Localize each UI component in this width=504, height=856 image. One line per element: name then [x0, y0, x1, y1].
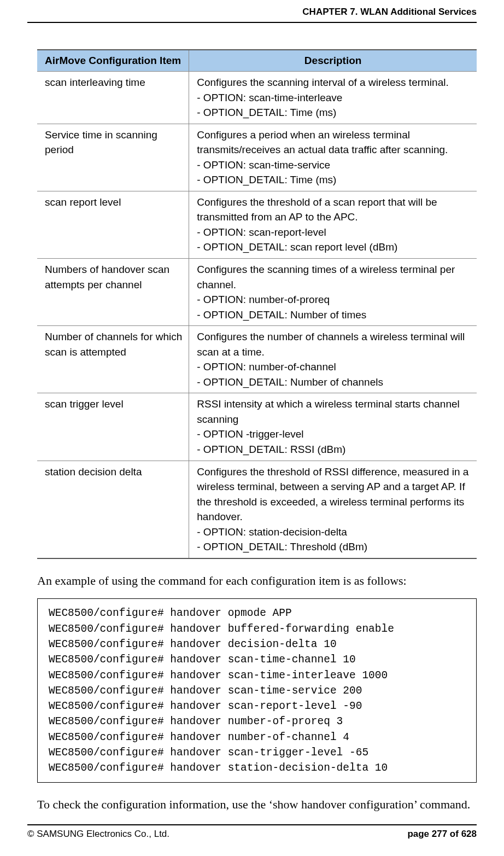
table-cell-desc: Configures the threshold of RSSI differe…	[189, 461, 477, 558]
page-footer: © SAMSUNG Electronics Co., Ltd. page 277…	[27, 824, 477, 840]
table-cell-item: station decision delta	[37, 461, 189, 558]
table-cell-desc: Configures the threshold of a scan repor…	[189, 191, 477, 258]
paragraph-check-config: To check the configuration information, …	[37, 797, 477, 813]
table-cell-desc: Configures the scanning times of a wirel…	[189, 259, 477, 326]
content-area: AirMove Configuration Item Description s…	[37, 49, 477, 823]
table-cell-item: scan report level	[37, 191, 189, 258]
table-cell-item: Numbers of handover scan attempts per ch…	[37, 259, 189, 326]
table-row: station decision delta Configures the th…	[37, 461, 477, 558]
table-row: Number of channels for which scan is att…	[37, 326, 477, 393]
table-cell-item: scan trigger level	[37, 393, 189, 461]
table-cell-item: Number of channels for which scan is att…	[37, 326, 189, 393]
airmove-table: AirMove Configuration Item Description s…	[37, 49, 477, 559]
code-example: WEC8500/configure# handover opmode APP W…	[37, 598, 477, 783]
table-cell-item: scan interleaving time	[37, 72, 189, 124]
table-row: scan trigger level RSSI intensity at whi…	[37, 393, 477, 461]
table-header-item: AirMove Configuration Item	[37, 50, 189, 72]
footer-copyright: © SAMSUNG Electronics Co., Ltd.	[27, 829, 169, 840]
table-header-desc: Description	[189, 50, 477, 72]
header-rule	[27, 22, 477, 23]
page: CHAPTER 7. WLAN Additional Services AirM…	[0, 0, 504, 856]
table-cell-desc: Configures the scanning interval of a wi…	[189, 72, 477, 124]
table-cell-desc: RSSI intensity at which a wireless termi…	[189, 393, 477, 461]
footer-page-number: page 277 of 628	[407, 829, 477, 840]
table-row: scan interleaving time Configures the sc…	[37, 72, 477, 124]
table-row: Service time in scanning period Configur…	[37, 124, 477, 191]
table-cell-desc: Configures a period when an wireless ter…	[189, 124, 477, 191]
table-header-row: AirMove Configuration Item Description	[37, 50, 477, 72]
table-cell-desc: Configures the number of channels a wire…	[189, 326, 477, 393]
table-cell-item: Service time in scanning period	[37, 124, 189, 191]
chapter-title: CHAPTER 7. WLAN Additional Services	[302, 7, 477, 18]
paragraph-example-intro: An example of using the command for each…	[37, 573, 477, 589]
table-row: scan report level Configures the thresho…	[37, 191, 477, 258]
table-row: Numbers of handover scan attempts per ch…	[37, 259, 477, 326]
